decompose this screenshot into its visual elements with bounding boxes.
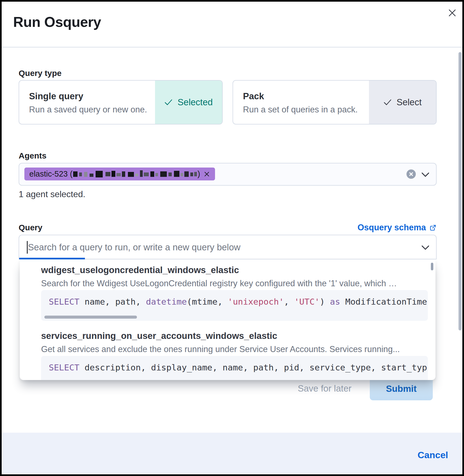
- single-query-card[interactable]: Single query Run a saved query or new on…: [19, 80, 223, 124]
- query-type-cards: Single query Run a saved query or new on…: [19, 80, 437, 124]
- card-title: Single query: [29, 91, 155, 101]
- pack-card[interactable]: Pack Run a set of queries in a pack. Sel…: [233, 80, 437, 124]
- query-label: Query: [19, 223, 42, 232]
- agent-badge-suffix: ): [197, 169, 200, 178]
- suggestion-option-services[interactable]: services_running_on_user_accounts_window…: [20, 331, 436, 380]
- code-token: SELECT: [49, 362, 79, 372]
- suggestion-code-block: SELECT name, path, datetime(mtime, 'unix…: [41, 290, 428, 321]
- osquery-schema-link-label: Osquery schema: [357, 223, 426, 233]
- clear-x-icon: [409, 172, 413, 176]
- page-title: Run Osquery: [13, 14, 101, 30]
- code-token: (mtime,: [187, 297, 228, 307]
- agents-label: Agents: [19, 151, 47, 160]
- suggestion-option-wdigest[interactable]: wdigest_uselogoncredential_windows_elast…: [20, 259, 436, 321]
- code-token: 'unixepoch': [228, 297, 284, 307]
- modal-scrollbar-thumb[interactable]: [459, 52, 462, 330]
- combobox-clear-button[interactable]: [406, 169, 416, 179]
- code-token: 'UTC': [294, 297, 320, 307]
- card-description: Run a saved query or new one.: [29, 105, 155, 115]
- pack-select-panel: Select: [369, 81, 436, 124]
- card-title: Pack: [243, 91, 369, 101]
- close-button[interactable]: [448, 7, 460, 19]
- redacted-agent-details: [73, 170, 197, 178]
- osquery-schema-link[interactable]: Osquery schema: [357, 223, 437, 233]
- suggestion-code-block: SELECT description, display_name, name, …: [41, 356, 428, 380]
- agent-badge[interactable]: elastic-523 ( ): [24, 168, 215, 180]
- code-token: as: [330, 297, 340, 307]
- code-token: datetime: [146, 297, 187, 307]
- code-horizontal-scrollbar-thumb[interactable]: [44, 316, 137, 319]
- single-query-card-text: Single query Run a saved query or new on…: [19, 81, 155, 124]
- external-link-icon: [429, 224, 437, 231]
- query-suggestions-dropdown: wdigest_uselogoncredential_windows_elast…: [20, 259, 436, 380]
- code-token: ,: [284, 297, 294, 307]
- suggestion-description: Search for the Wdigest UseLogonCredentia…: [41, 279, 428, 288]
- agents-selected-summary: 1 agent selected.: [19, 189, 85, 199]
- pack-card-text: Pack Run a set of queries in a pack.: [233, 81, 369, 124]
- code-token: SELECT: [49, 297, 79, 307]
- combobox-chevron-down-icon[interactable]: [421, 172, 429, 177]
- check-icon: [383, 99, 392, 106]
- query-type-label: Query type: [19, 69, 62, 78]
- selected-status-label: Selected: [177, 97, 213, 107]
- single-query-selected-panel: Selected: [155, 81, 222, 124]
- query-chevron-down-icon[interactable]: [421, 245, 429, 250]
- select-status-label: Select: [397, 97, 422, 107]
- code-token: name, path,: [79, 297, 146, 307]
- suggestion-title: services_running_on_user_accounts_window…: [41, 331, 428, 341]
- submit-button[interactable]: Submit: [370, 377, 433, 400]
- close-icon: [448, 8, 460, 18]
- check-icon: [164, 99, 173, 106]
- modal-footer: Cancel: [0, 433, 464, 476]
- code-token: ModificationTime: [340, 297, 427, 307]
- save-for-later-button[interactable]: Save for later: [298, 383, 351, 394]
- query-search-field: [19, 235, 437, 259]
- agent-badge-prefix: elastic-523 (: [29, 169, 73, 178]
- header-divider: [2, 47, 462, 47]
- text-caret: [27, 241, 28, 254]
- query-search-input[interactable]: [27, 237, 406, 257]
- code-token: ): [320, 297, 330, 307]
- dropdown-scrollbar-thumb[interactable]: [431, 263, 433, 270]
- suggestion-title: wdigest_uselogoncredential_windows_elast…: [41, 265, 428, 275]
- code-token: description, display_name, name, path, p…: [79, 362, 427, 372]
- suggestion-description: Get all services and exclude the ones ru…: [41, 344, 428, 354]
- card-description: Run a set of queries in a pack.: [243, 105, 369, 115]
- agents-combobox[interactable]: elastic-523 ( ): [19, 163, 437, 186]
- cancel-button[interactable]: Cancel: [418, 450, 448, 460]
- badge-remove-icon[interactable]: [204, 171, 210, 177]
- run-osquery-modal: Run Osquery Query type Single query Run …: [0, 0, 464, 476]
